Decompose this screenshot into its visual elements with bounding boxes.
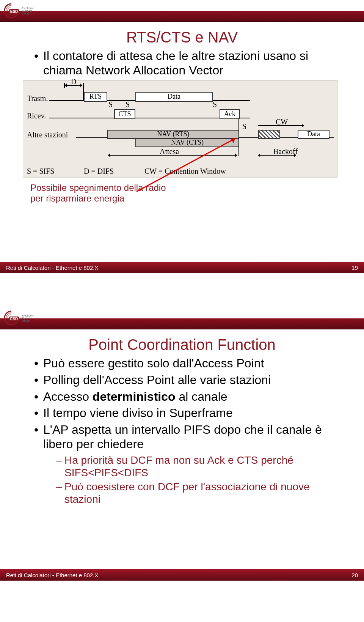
slide-footer: Reti di Calcolatori - Ethernet e 802.X 2… xyxy=(0,569,364,581)
brand-sub1: Electronic xyxy=(22,7,34,9)
slide-header: ESD Electronic Systems Design xyxy=(0,0,364,22)
slide-2: ESD Electronic Systems Design Point Coor… xyxy=(0,307,364,581)
footer-page: 19 xyxy=(351,265,358,271)
sub-bullet-item: Ha priorità su DCF ma non su Ack e CTS p… xyxy=(56,454,341,479)
brand-sub2: Systems xyxy=(22,9,34,12)
box-ack: Ack xyxy=(220,109,240,119)
label-s2: S xyxy=(126,100,130,109)
svg-line-2 xyxy=(136,139,235,192)
brand-sub3: Design xyxy=(22,320,34,322)
box-data2: Data xyxy=(298,130,329,139)
bullet-list: Può essere gestito solo dall'Access Poin… xyxy=(34,356,341,505)
red-arrow-icon xyxy=(136,135,273,203)
label-ricev: Ricev. xyxy=(27,112,46,120)
slide-footer: Reti di Calcolatori - Ethernet e 802.X 1… xyxy=(0,262,364,273)
legend-s: S = SIFS xyxy=(27,167,54,176)
logo: ESD Electronic Systems Design xyxy=(3,310,34,326)
footer-left: Reti di Calcolatori - Ethernet e 802.X xyxy=(6,265,98,271)
brand-sub1: Electronic xyxy=(22,314,34,317)
box-rts: RTS xyxy=(84,92,107,102)
slide-header: ESD Electronic Systems Design xyxy=(0,307,364,329)
footer-left: Reti di Calcolatori - Ethernet e 802.X xyxy=(6,572,98,578)
box-cts: CTS xyxy=(114,109,135,119)
sub-bullet-item: Può coesistere con DCF per l'associazion… xyxy=(56,480,341,505)
brand-sub3: Design xyxy=(22,12,34,15)
label-s3: S xyxy=(213,100,217,109)
brand-text: Electronic Systems Design xyxy=(22,7,34,15)
bullet-item: Accesso deterministico al canale xyxy=(34,390,341,404)
slide-title: Point Coordination Function xyxy=(0,336,364,353)
timing-diagram: Trasm. Ricev. Altre stazioni D RTS S S D… xyxy=(23,80,341,209)
caption-line2: per risparmiare energia xyxy=(30,193,124,204)
label-s1: S xyxy=(108,100,113,109)
logo: ESD Electronic Systems Design xyxy=(3,2,34,19)
svg-text:ESD: ESD xyxy=(10,317,18,321)
label-s4: S xyxy=(242,122,246,131)
label-altre: Altre stazioni xyxy=(27,131,68,139)
brand-text: Electronic Systems Design xyxy=(22,314,34,322)
box-data: Data xyxy=(135,92,213,102)
brand-sub2: Systems xyxy=(22,317,34,320)
bullet-item: Il contatore di attesa che le altre staz… xyxy=(34,49,341,78)
bullet-item: Il tempo viene diviso in Superframe xyxy=(34,406,341,420)
footer-page: 20 xyxy=(351,572,358,578)
bullet-item: Polling dell'Access Point alle varie sta… xyxy=(34,373,341,387)
logo-arc-icon: ESD xyxy=(3,2,20,19)
slide-1: ESD Electronic Systems Design RTS/CTS e … xyxy=(0,0,364,273)
label-trasm: Trasm. xyxy=(27,94,48,103)
bullet-list: Il contatore di attesa che le altre staz… xyxy=(34,49,341,78)
logo-arc-icon: ESD xyxy=(3,310,20,326)
label-cw: CW xyxy=(276,118,288,126)
bullet-item: Può essere gestito solo dall'Access Poin… xyxy=(34,356,341,371)
label-d: D xyxy=(71,77,76,86)
legend-d: D = DIFS xyxy=(84,167,114,176)
slide-title: RTS/CTS e NAV xyxy=(0,29,364,46)
svg-text:ESD: ESD xyxy=(10,9,18,14)
bullet-item: L'AP aspetta un intervallo PIFS dopo che… xyxy=(34,423,341,505)
